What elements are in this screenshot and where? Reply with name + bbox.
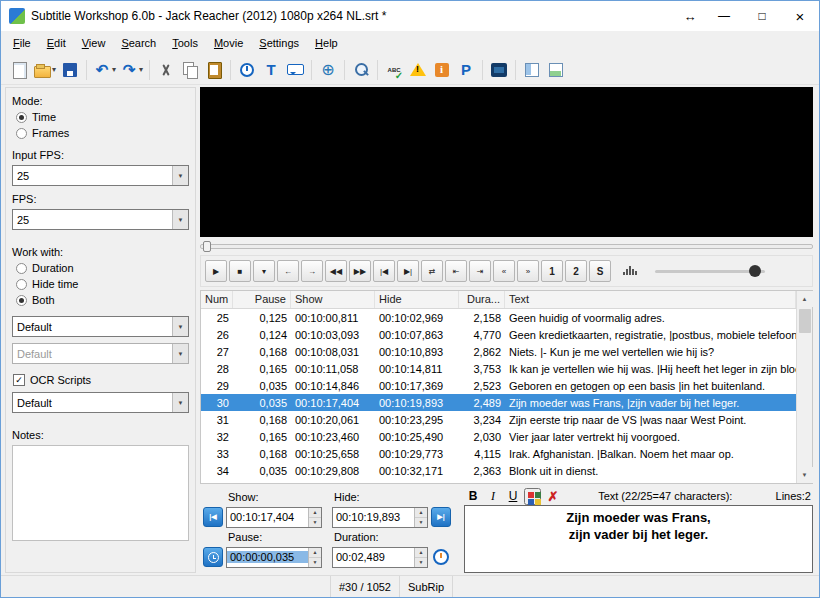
start-subtitle-button[interactable]: «	[493, 260, 515, 282]
column-header-duration[interactable]: Dura...	[459, 291, 505, 308]
table-scrollbar[interactable]: ▲ ▼	[796, 291, 812, 483]
duration-clock-button[interactable]	[431, 547, 451, 567]
seek-bar[interactable]	[200, 240, 813, 252]
minimize-button[interactable]: —	[705, 1, 743, 31]
save-button[interactable]	[58, 58, 82, 82]
end-subtitle-button[interactable]: »	[517, 260, 539, 282]
show-time-input[interactable]: 00:10:17,404 ▲ ▼	[226, 507, 322, 528]
point-sync-button[interactable]: S	[589, 260, 611, 282]
maximize-button[interactable]: □	[743, 1, 781, 31]
table-row[interactable]: 340,03500:10:29,80800:10:32,1712,363Blon…	[201, 462, 796, 479]
paste-button[interactable]	[202, 58, 226, 82]
open-button[interactable]: ▾	[31, 58, 58, 82]
color-palette-icon[interactable]	[524, 488, 541, 505]
mode-time-radio[interactable]: Time	[16, 111, 189, 123]
time-button[interactable]	[235, 58, 259, 82]
next-frame-button[interactable]: ▶|	[397, 260, 419, 282]
cut-button[interactable]	[154, 58, 178, 82]
forward-button[interactable]: ▶▶	[349, 260, 371, 282]
spin-down-icon[interactable]: ▼	[415, 518, 427, 527]
search-button[interactable]	[349, 58, 373, 82]
bottom-panel-toggle-button[interactable]	[544, 58, 568, 82]
seek-to-show-button[interactable]: |◀	[203, 507, 223, 527]
translate-button[interactable]: ⊕	[316, 58, 340, 82]
column-header-show[interactable]: Show	[291, 291, 375, 308]
seek-handle[interactable]	[203, 241, 211, 252]
spellcheck-button[interactable]: ABC	[382, 58, 406, 82]
close-button[interactable]: ×	[781, 1, 819, 31]
error-check-button[interactable]	[406, 58, 430, 82]
table-row[interactable]: 300,03500:10:17,40400:10:19,8932,489Zijn…	[201, 394, 796, 411]
table-row[interactable]: 280,16500:10:11,05800:10:14,8113,753Ik k…	[201, 360, 796, 377]
table-row[interactable]: 250,12500:10:00,81100:10:02,9692,158Geen…	[201, 309, 796, 326]
spin-down-icon[interactable]: ▼	[309, 518, 321, 527]
work-with-duration-radio[interactable]: Duration	[16, 262, 189, 274]
rewind-button[interactable]: ◀◀	[325, 260, 347, 282]
prev-subtitle-button[interactable]: ←	[277, 260, 299, 282]
italic-button[interactable]: I	[484, 488, 502, 505]
table-row[interactable]: 260,12400:10:03,09300:10:07,8634,770Geen…	[201, 326, 796, 343]
table-row[interactable]: 310,16800:10:20,06100:10:23,2953,234Zijn…	[201, 411, 796, 428]
work-with-hide-time-radio[interactable]: Hide time	[16, 278, 189, 290]
playback-rate-button[interactable]: ▾	[253, 260, 275, 282]
spin-down-icon[interactable]: ▼	[309, 558, 321, 567]
column-header-hide[interactable]: Hide	[375, 291, 459, 308]
spin-up-icon[interactable]: ▲	[309, 508, 321, 518]
left-panel-toggle-button[interactable]	[520, 58, 544, 82]
charset-primary-select[interactable]: Default ▼	[12, 316, 189, 337]
seek-to-hide-button[interactable]: ▶|	[431, 507, 451, 527]
table-row[interactable]: 320,16500:10:23,46000:10:25,4902,030Vier…	[201, 428, 796, 445]
subtitles-button[interactable]	[283, 58, 307, 82]
spin-up-icon[interactable]: ▲	[415, 508, 427, 518]
work-with-both-radio[interactable]: Both	[16, 294, 189, 306]
menu-view[interactable]: View	[74, 33, 114, 53]
move-subtitle-button[interactable]: ⇄	[421, 260, 443, 282]
resize-icon[interactable]: ↔	[675, 1, 705, 31]
new-button[interactable]	[7, 58, 31, 82]
spin-up-icon[interactable]: ▲	[415, 548, 427, 558]
redo-button[interactable]: ↷▾	[118, 58, 145, 82]
information-button[interactable]	[430, 58, 454, 82]
column-header-pause[interactable]: Pause	[233, 291, 291, 308]
ocr-scripts-checkbox[interactable]: ✓ OCR Scripts	[13, 374, 189, 386]
pause-clock-button[interactable]	[203, 547, 223, 567]
hide-time-input[interactable]: 00:10:19,893 ▲ ▼	[332, 507, 428, 528]
undo-button[interactable]: ↶▾	[91, 58, 118, 82]
menu-file[interactable]: File	[5, 33, 39, 53]
set-hide-time-button[interactable]: ⇥	[469, 260, 491, 282]
duration-time-input[interactable]: 00:02,489 ▲ ▼	[332, 547, 428, 568]
menu-help[interactable]: Help	[307, 33, 346, 53]
menu-movie[interactable]: Movie	[206, 33, 251, 53]
menu-edit[interactable]: Edit	[39, 33, 74, 53]
mode-frames-radio[interactable]: Frames	[16, 127, 189, 139]
bold-button[interactable]: B	[464, 488, 482, 505]
pause-time-input[interactable]: 00:00:00,035 ▲ ▼	[226, 547, 322, 568]
table-row[interactable]: 290,03500:10:14,84600:10:17,3692,523Gebo…	[201, 377, 796, 394]
scrollbar-thumb[interactable]	[799, 309, 811, 333]
set-show-time-button[interactable]: ⇤	[445, 260, 467, 282]
column-header-num[interactable]: Num	[201, 291, 233, 308]
next-subtitle-button[interactable]: →	[301, 260, 323, 282]
ocr-script-select[interactable]: Default ▼	[12, 392, 189, 413]
copy-button[interactable]	[178, 58, 202, 82]
pascal-script-button[interactable]: P	[454, 58, 478, 82]
column-header-text[interactable]: Text	[505, 291, 796, 308]
stop-button[interactable]: ■	[229, 260, 251, 282]
input-fps-select[interactable]: 25 ▼	[12, 165, 189, 186]
point-1-button[interactable]: 1	[541, 260, 563, 282]
volume-slider[interactable]	[655, 264, 765, 278]
menu-tools[interactable]: Tools	[164, 33, 206, 53]
video-mode-button[interactable]	[487, 58, 511, 82]
menu-settings[interactable]: Settings	[251, 33, 307, 53]
notes-input[interactable]	[12, 445, 189, 541]
subtitle-text-input[interactable]: Zijn moeder was Frans, zijn vader bij he…	[464, 505, 813, 573]
prev-frame-button[interactable]: |◀	[373, 260, 395, 282]
menu-search[interactable]: Search	[113, 33, 164, 53]
fps-select[interactable]: 25 ▼	[12, 209, 189, 230]
clear-format-button[interactable]: ✗	[543, 488, 563, 505]
play-button[interactable]: ▶	[205, 260, 227, 282]
spin-down-icon[interactable]: ▼	[415, 558, 427, 567]
scroll-down-icon[interactable]: ▼	[797, 467, 813, 483]
volume-handle[interactable]	[749, 265, 761, 277]
point-2-button[interactable]: 2	[565, 260, 587, 282]
